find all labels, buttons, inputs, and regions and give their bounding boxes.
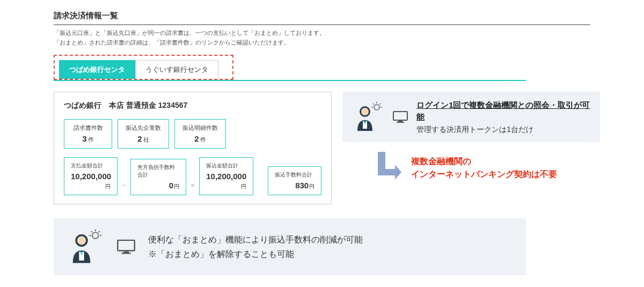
- stat-details-num: 2: [194, 134, 199, 143]
- minus-sep: －: [121, 181, 127, 195]
- person-idea-icon: [352, 101, 384, 133]
- amount-row: 支払金額合計 10,200,000円 － 先方負担手数料合計 0円 ＝ 振込金額…: [64, 157, 321, 195]
- callout-bottom-text: 便利な「おまとめ」機能により振込手数料の削減が可能 ※「おまとめ」を解除すること…: [148, 232, 363, 261]
- tab-underline: [54, 80, 526, 81]
- stat-companies-label: 振込先企業数: [126, 124, 161, 132]
- stat-requests-unit: 件: [88, 136, 94, 143]
- monitor-icon: [393, 111, 408, 123]
- fee-total-value: 830円: [275, 181, 314, 190]
- pay-total-box: 支払金額合計 10,200,000円: [64, 157, 118, 195]
- svg-point-15: [92, 232, 99, 239]
- stat-details-value: 2件: [182, 134, 218, 144]
- description-line1: 「振込元口座」と「振込先口座」が同一の請求書は、一つの支払いとして「おまとめ」し…: [54, 28, 590, 38]
- stat-requests-num: 3: [82, 134, 86, 143]
- opp-fee-num: 0: [169, 181, 173, 190]
- svg-rect-23: [122, 253, 131, 254]
- opp-fee-label: 先方負担手数料合計: [137, 164, 179, 179]
- tab-tsubame[interactable]: つばめ銀行センタ: [59, 60, 135, 79]
- stat-companies-num: 2: [137, 134, 142, 143]
- person-idea-icon-2: [67, 228, 104, 266]
- svg-rect-21: [118, 240, 135, 251]
- right-column: ログイン1回で複数金融機関との照会・取引が可能 管理する決済用トークンは1台だけ…: [342, 92, 600, 184]
- svg-line-8: [373, 104, 374, 105]
- opp-fee-value: 0円: [137, 181, 179, 190]
- account-card: つばめ銀行 本店 普通預金 1234567 請求書件数 3件 振込先企業数 2社…: [54, 92, 332, 204]
- red-note-line1: 複数金融機関の: [411, 155, 557, 168]
- transfer-total-value: 10,200,000円: [206, 172, 246, 190]
- description-line2: 「おまとめ」された請求書の詳細は、「請求書件数」のリンクからご確認いただけます。: [54, 38, 590, 48]
- pay-total-value: 10,200,000円: [71, 172, 111, 190]
- pay-total-label: 支払金額合計: [71, 162, 111, 170]
- red-note: 複数金融機関の インターネットバンキング契約は不要: [411, 155, 557, 181]
- transfer-total-num: 10,200,000: [206, 172, 246, 181]
- callout-bottom-line1: 便利な「おまとめ」機能により振込手数料の削減が可能: [148, 232, 363, 247]
- callout-bottom-line2: ※「おまとめ」を解除することも可能: [148, 247, 363, 261]
- svg-point-13: [77, 236, 86, 245]
- opp-fee-unit: 円: [174, 183, 179, 189]
- svg-rect-11: [397, 122, 404, 123]
- arrow-down-right-icon: [375, 152, 401, 184]
- transfer-total-unit: 円: [241, 183, 246, 189]
- fee-total-unit: 円: [309, 183, 314, 189]
- callout-right: ログイン1回で複数金融機関との照会・取引が可能 管理する決済用トークンは1台だけ: [342, 92, 600, 142]
- pay-total-num: 10,200,000: [71, 172, 111, 181]
- callout-bottom: 便利な「おまとめ」機能により振込手数料の削減が可能 ※「おまとめ」を解除すること…: [54, 218, 526, 275]
- fee-total-box: 振込手数料合計 830円: [268, 166, 321, 195]
- page-title: 請求決済情報一覧: [54, 11, 590, 25]
- svg-point-3: [374, 105, 379, 110]
- transfer-total-box: 振込金額合計 10,200,000円: [199, 157, 253, 195]
- stat-row: 請求書件数 3件 振込先企業数 2社 振込明細件数 2件: [64, 119, 321, 149]
- callout-right-headline: ログイン1回で複数金融機関との照会・取引が可能: [416, 99, 590, 123]
- svg-point-1: [361, 108, 369, 115]
- stat-companies-unit: 社: [143, 136, 149, 143]
- pay-total-unit: 円: [105, 183, 111, 189]
- callout-right-subline: 管理する決済用トークンは1台だけ: [416, 125, 590, 135]
- stat-details-label: 振込明細件数: [182, 124, 218, 132]
- svg-rect-10: [398, 121, 402, 122]
- svg-line-19: [99, 231, 100, 232]
- monitor-icon-2: [117, 239, 135, 254]
- tab-uguisu[interactable]: うぐいす銀行センタ: [135, 60, 218, 79]
- stat-details: 振込明細件数 2件: [174, 119, 226, 149]
- svg-line-7: [379, 104, 380, 105]
- stat-companies-value: 2社: [126, 134, 161, 144]
- svg-rect-22: [123, 252, 129, 253]
- account-name: つばめ銀行 本店 普通預金 1234567: [64, 101, 321, 111]
- arrow-block: 複数金融機関の インターネットバンキング契約は不要: [375, 152, 600, 184]
- fee-total-label: 振込手数料合計: [275, 171, 314, 179]
- stat-companies: 振込先企業数 2社: [118, 119, 169, 149]
- page-description: 「振込元口座」と「振込先口座」が同一の請求書は、一つの支払いとして「おまとめ」し…: [54, 28, 590, 47]
- stat-requests-label: 請求書件数: [72, 124, 104, 132]
- svg-rect-9: [393, 112, 407, 120]
- red-note-line2: インターネットバンキング契約は不要: [411, 168, 557, 181]
- fee-total-num: 830: [295, 181, 309, 190]
- stat-requests-value: 3件: [72, 134, 104, 144]
- stat-requests[interactable]: 請求書件数 3件: [64, 119, 112, 149]
- opp-fee-box: 先方負担手数料合計 0円: [130, 159, 186, 195]
- callout-right-text: ログイン1回で複数金融機関との照会・取引が可能 管理する決済用トークンは1台だけ: [416, 99, 590, 135]
- svg-line-20: [91, 231, 92, 232]
- eq-sep: ＝: [189, 181, 196, 195]
- stat-details-unit: 件: [200, 136, 206, 143]
- transfer-total-label: 振込金額合計: [206, 162, 246, 170]
- tab-row: つばめ銀行センタ うぐいす銀行センタ: [54, 55, 233, 80]
